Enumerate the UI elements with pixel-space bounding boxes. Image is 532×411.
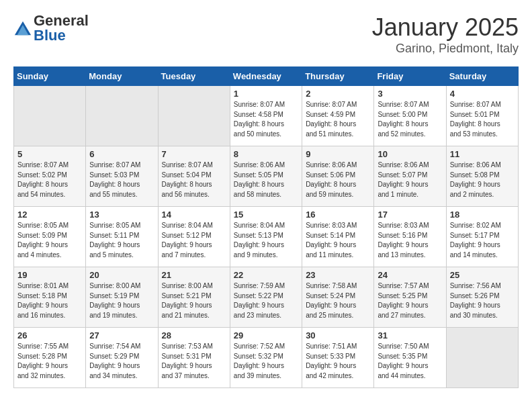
day-number: 15 — [234, 210, 298, 220]
day-info: Sunrise: 7:55 AM Sunset: 5:28 PM Dayligh… — [17, 342, 82, 381]
logo-text: General Blue — [34, 13, 89, 43]
calendar-day-cell: 12Sunrise: 8:05 AM Sunset: 5:09 PM Dayli… — [14, 207, 86, 267]
weekday-header-row: SundayMondayTuesdayWednesdayThursdayFrid… — [14, 67, 519, 86]
day-info: Sunrise: 8:05 AM Sunset: 5:09 PM Dayligh… — [17, 221, 82, 260]
calendar-day-cell: 5Sunrise: 8:07 AM Sunset: 5:02 PM Daylig… — [14, 146, 86, 207]
calendar-day-cell: 17Sunrise: 8:03 AM Sunset: 5:16 PM Dayli… — [374, 207, 446, 267]
calendar-day-cell: 18Sunrise: 8:02 AM Sunset: 5:17 PM Dayli… — [446, 207, 518, 267]
day-number: 31 — [378, 330, 442, 340]
day-info: Sunrise: 7:50 AM Sunset: 5:35 PM Dayligh… — [378, 342, 442, 381]
day-number: 11 — [450, 149, 515, 159]
calendar-day-cell: 1Sunrise: 8:07 AM Sunset: 4:58 PM Daylig… — [230, 86, 302, 146]
weekday-header-tuesday: Tuesday — [158, 67, 230, 86]
calendar-day-cell: 29Sunrise: 7:52 AM Sunset: 5:32 PM Dayli… — [230, 328, 302, 388]
calendar-day-cell: 14Sunrise: 8:04 AM Sunset: 5:12 PM Dayli… — [158, 207, 230, 267]
calendar-day-cell: 2Sunrise: 8:07 AM Sunset: 4:59 PM Daylig… — [302, 86, 374, 146]
calendar-day-cell: 20Sunrise: 8:00 AM Sunset: 5:19 PM Dayli… — [86, 267, 158, 328]
day-info: Sunrise: 8:06 AM Sunset: 5:05 PM Dayligh… — [234, 161, 298, 199]
calendar-day-cell: 13Sunrise: 8:05 AM Sunset: 5:11 PM Dayli… — [86, 207, 158, 267]
day-info: Sunrise: 7:57 AM Sunset: 5:25 PM Dayligh… — [378, 281, 442, 320]
day-number: 20 — [89, 270, 154, 280]
location-subtitle: Garino, Piedmont, Italy — [372, 42, 519, 56]
calendar-day-cell: 28Sunrise: 7:53 AM Sunset: 5:31 PM Dayli… — [158, 328, 230, 388]
day-info: Sunrise: 8:00 AM Sunset: 5:21 PM Dayligh… — [162, 281, 226, 320]
calendar-day-cell: 21Sunrise: 8:00 AM Sunset: 5:21 PM Dayli… — [158, 267, 230, 328]
day-info: Sunrise: 7:54 AM Sunset: 5:29 PM Dayligh… — [89, 342, 154, 381]
day-number: 1 — [234, 89, 298, 99]
day-info: Sunrise: 8:06 AM Sunset: 5:07 PM Dayligh… — [378, 161, 442, 199]
title-block: January 2025 Garino, Piedmont, Italy — [372, 13, 519, 56]
day-number: 13 — [89, 210, 154, 220]
calendar-day-cell: 8Sunrise: 8:06 AM Sunset: 5:05 PM Daylig… — [230, 146, 302, 207]
day-info: Sunrise: 8:06 AM Sunset: 5:06 PM Dayligh… — [306, 161, 370, 199]
weekday-header-sunday: Sunday — [14, 67, 86, 86]
calendar-week-row: 1Sunrise: 8:07 AM Sunset: 4:58 PM Daylig… — [14, 86, 519, 146]
calendar-table: SundayMondayTuesdayWednesdayThursdayFrid… — [13, 66, 519, 388]
day-number: 4 — [450, 89, 515, 99]
calendar-day-cell: 10Sunrise: 8:06 AM Sunset: 5:07 PM Dayli… — [374, 146, 446, 207]
day-info: Sunrise: 8:07 AM Sunset: 5:03 PM Dayligh… — [89, 161, 154, 199]
calendar-day-cell: 22Sunrise: 7:59 AM Sunset: 5:22 PM Dayli… — [230, 267, 302, 328]
day-number: 7 — [162, 149, 226, 159]
day-number: 17 — [378, 210, 442, 220]
month-title: January 2025 — [372, 13, 519, 42]
calendar-week-row: 12Sunrise: 8:05 AM Sunset: 5:09 PM Dayli… — [14, 207, 519, 267]
day-number: 22 — [234, 270, 298, 280]
day-number: 26 — [17, 330, 82, 340]
calendar-day-cell: 6Sunrise: 8:07 AM Sunset: 5:03 PM Daylig… — [86, 146, 158, 207]
day-number: 16 — [306, 210, 370, 220]
calendar-day-cell: 9Sunrise: 8:06 AM Sunset: 5:06 PM Daylig… — [302, 146, 374, 207]
day-info: Sunrise: 7:51 AM Sunset: 5:33 PM Dayligh… — [306, 342, 370, 381]
day-info: Sunrise: 8:07 AM Sunset: 5:00 PM Dayligh… — [378, 100, 442, 139]
day-info: Sunrise: 8:05 AM Sunset: 5:11 PM Dayligh… — [89, 221, 154, 260]
weekday-header-thursday: Thursday — [302, 67, 374, 86]
day-info: Sunrise: 7:56 AM Sunset: 5:26 PM Dayligh… — [450, 281, 515, 320]
day-info: Sunrise: 8:03 AM Sunset: 5:14 PM Dayligh… — [306, 221, 370, 260]
day-number: 6 — [89, 149, 154, 159]
day-info: Sunrise: 8:07 AM Sunset: 5:02 PM Dayligh… — [17, 161, 82, 199]
calendar-day-cell: 16Sunrise: 8:03 AM Sunset: 5:14 PM Dayli… — [302, 207, 374, 267]
day-number: 5 — [17, 149, 82, 159]
calendar-day-cell: 3Sunrise: 8:07 AM Sunset: 5:00 PM Daylig… — [374, 86, 446, 146]
day-number: 9 — [306, 149, 370, 159]
logo-icon — [13, 19, 32, 38]
calendar-week-row: 5Sunrise: 8:07 AM Sunset: 5:02 PM Daylig… — [14, 146, 519, 207]
logo-general-text: General — [34, 13, 89, 28]
day-info: Sunrise: 7:52 AM Sunset: 5:32 PM Dayligh… — [234, 342, 298, 381]
day-number: 18 — [450, 210, 515, 220]
weekday-header-friday: Friday — [374, 67, 446, 86]
calendar-day-cell: 19Sunrise: 8:01 AM Sunset: 5:18 PM Dayli… — [14, 267, 86, 328]
weekday-header-monday: Monday — [86, 67, 158, 86]
weekday-header-saturday: Saturday — [446, 67, 518, 86]
day-number: 27 — [89, 330, 154, 340]
day-number: 29 — [234, 330, 298, 340]
calendar-day-cell: 15Sunrise: 8:04 AM Sunset: 5:13 PM Dayli… — [230, 207, 302, 267]
day-number: 23 — [306, 270, 370, 280]
day-number: 3 — [378, 89, 442, 99]
day-number: 10 — [378, 149, 442, 159]
day-number: 12 — [17, 210, 82, 220]
day-info: Sunrise: 8:06 AM Sunset: 5:08 PM Dayligh… — [450, 161, 515, 199]
day-number: 30 — [306, 330, 370, 340]
day-info: Sunrise: 8:07 AM Sunset: 5:01 PM Dayligh… — [450, 100, 515, 139]
day-number: 28 — [162, 330, 226, 340]
day-number: 19 — [17, 270, 82, 280]
day-number: 14 — [162, 210, 226, 220]
day-info: Sunrise: 8:04 AM Sunset: 5:13 PM Dayligh… — [234, 221, 298, 260]
calendar-day-cell: 30Sunrise: 7:51 AM Sunset: 5:33 PM Dayli… — [302, 328, 374, 388]
empty-calendar-cell — [86, 86, 158, 146]
empty-calendar-cell — [158, 86, 230, 146]
calendar-day-cell: 25Sunrise: 7:56 AM Sunset: 5:26 PM Dayli… — [446, 267, 518, 328]
calendar-day-cell: 11Sunrise: 8:06 AM Sunset: 5:08 PM Dayli… — [446, 146, 518, 207]
calendar-day-cell: 23Sunrise: 7:58 AM Sunset: 5:24 PM Dayli… — [302, 267, 374, 328]
page-header: General Blue January 2025 Garino, Piedmo… — [13, 13, 519, 56]
day-info: Sunrise: 8:07 AM Sunset: 5:04 PM Dayligh… — [162, 161, 226, 199]
day-number: 8 — [234, 149, 298, 159]
day-info: Sunrise: 8:04 AM Sunset: 5:12 PM Dayligh… — [162, 221, 226, 260]
day-info: Sunrise: 8:07 AM Sunset: 4:59 PM Dayligh… — [306, 100, 370, 139]
day-info: Sunrise: 7:58 AM Sunset: 5:24 PM Dayligh… — [306, 281, 370, 320]
calendar-day-cell: 31Sunrise: 7:50 AM Sunset: 5:35 PM Dayli… — [374, 328, 446, 388]
day-info: Sunrise: 8:00 AM Sunset: 5:19 PM Dayligh… — [89, 281, 154, 320]
calendar-day-cell: 4Sunrise: 8:07 AM Sunset: 5:01 PM Daylig… — [446, 86, 518, 146]
day-number: 24 — [378, 270, 442, 280]
